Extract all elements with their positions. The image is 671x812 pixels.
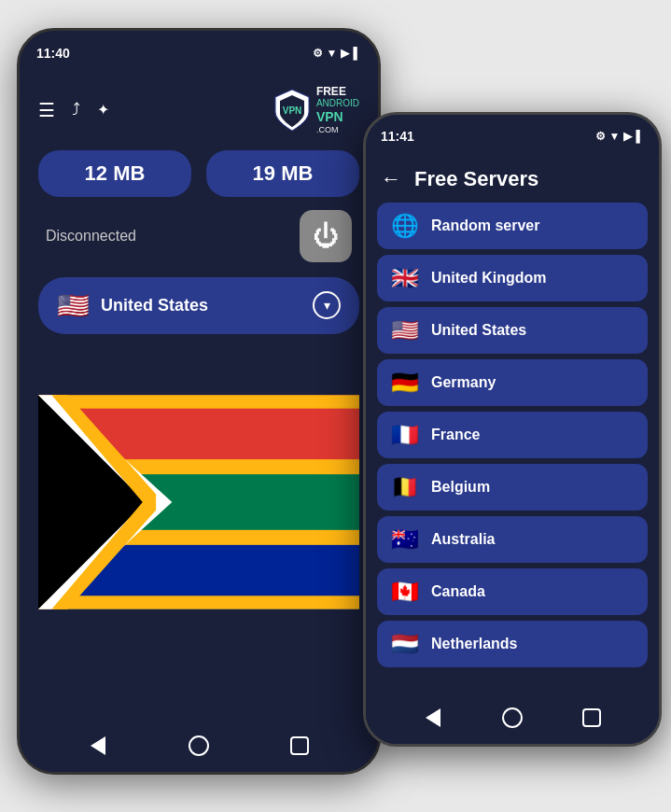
wifi-icon: ▼	[327, 47, 338, 60]
power-icon: ⏻	[313, 220, 339, 251]
uk-flag-icon: 🇬🇧	[390, 265, 420, 291]
wifi-icon2: ▼	[609, 130, 621, 143]
download-stat: 12 MB	[38, 150, 191, 197]
recents-icon	[290, 736, 309, 755]
globe-icon: 🌐	[390, 213, 420, 239]
disconnect-row: Disconnected ⏻	[38, 210, 359, 262]
server-item-label: United Kingdom	[431, 270, 547, 287]
chevron-down-icon: ▾	[324, 298, 330, 313]
back-button2[interactable]	[422, 707, 444, 729]
list-item[interactable]: 🇬🇧 United Kingdom	[377, 255, 648, 301]
logo-text: FREE ANDROID VPN .COM	[316, 85, 359, 135]
recents-button2[interactable]	[580, 707, 603, 729]
server-list-header: ← Free Servers	[366, 156, 659, 199]
server-item-label: Random server	[431, 217, 540, 234]
server-item-label: Canada	[431, 583, 485, 600]
au-flag-icon: 🇦🇺	[390, 526, 420, 553]
battery-icon: ▌	[353, 47, 361, 60]
us-flag-icon: 🇺🇸	[390, 317, 420, 343]
back-arrow-button[interactable]: ←	[381, 167, 401, 191]
svg-rect-5	[38, 395, 359, 408]
fr-flag-icon: 🇫🇷	[390, 422, 420, 448]
list-item[interactable]: 🇨🇦 Canada	[377, 568, 648, 615]
phone1-status-icons: ⚙ ▼ ▶ ▌	[313, 47, 361, 60]
phone2-main-content: ← Free Servers 🌐 Random server 🇬🇧 United…	[366, 152, 659, 747]
country-selector[interactable]: 🇺🇸 United States ▾	[38, 277, 359, 334]
server-item-label: Netherlands	[431, 636, 517, 652]
list-item[interactable]: 🌐 Random server	[377, 203, 648, 249]
signal-icon2: ▶	[623, 130, 632, 143]
phone2-nav-bar	[366, 692, 659, 744]
nl-flag-icon: 🇳🇱	[390, 631, 420, 657]
recents-button[interactable]	[288, 735, 311, 757]
home-icon	[189, 735, 209, 756]
back-icon	[91, 736, 105, 755]
phone1-top-nav: ☰ ⤴ ✦ VPN FREE ANDROID VPN .COM	[38, 76, 359, 150]
nav-icons-group: ☰ ⤴ ✦	[38, 99, 109, 121]
server-list: 🌐 Random server 🇬🇧 United Kingdom 🇺🇸 Uni…	[366, 199, 659, 747]
menu-icon[interactable]: ☰	[38, 99, 55, 121]
server-item-label: Australia	[431, 531, 495, 548]
server-item-label: Germany	[431, 374, 496, 391]
connection-status: Disconnected	[46, 228, 136, 245]
svg-rect-8	[38, 595, 359, 609]
server-item-label: France	[431, 427, 480, 443]
svg-text:VPN: VPN	[283, 105, 302, 116]
phone2-notch	[466, 115, 559, 132]
server-item-label: Belgium	[431, 479, 490, 496]
list-item[interactable]: 🇫🇷 France	[377, 412, 648, 458]
battery-icon2: ▌	[636, 130, 644, 143]
settings-icon2: ⚙	[595, 130, 606, 143]
list-item[interactable]: 🇳🇱 Netherlands	[377, 621, 648, 667]
be-flag-icon: 🇧🇪	[390, 474, 420, 500]
logo-area: VPN FREE ANDROID VPN .COM	[272, 85, 359, 135]
list-item[interactable]: 🇩🇪 Germany	[377, 359, 648, 406]
flag-display	[38, 353, 359, 651]
stats-row: 12 MB 19 MB	[38, 150, 359, 197]
phone1-main-content: ☰ ⤴ ✦ VPN FREE ANDROID VPN .COM	[20, 68, 378, 670]
list-item[interactable]: 🇺🇸 United States	[377, 307, 648, 354]
recents-icon2	[582, 708, 601, 727]
phone1-notch	[138, 31, 259, 51]
de-flag-icon: 🇩🇪	[390, 370, 420, 396]
phone1-time: 11:40	[36, 46, 70, 61]
phone1: 11:40 ⚙ ▼ ▶ ▌ ☰ ⤴ ✦ VPN FR	[17, 28, 381, 775]
logo-shield-icon: VPN	[272, 88, 313, 133]
back-icon2	[426, 708, 440, 727]
phone1-nav-bar	[20, 720, 378, 772]
server-list-title: Free Servers	[414, 167, 538, 191]
home-button2[interactable]	[501, 707, 524, 729]
selected-country-flag: 🇺🇸	[57, 290, 90, 321]
rate-icon[interactable]: ✦	[97, 101, 109, 119]
selected-country-name: United States	[101, 296, 301, 315]
phone2-status-icons: ⚙ ▼ ▶ ▌	[595, 130, 644, 143]
upload-stat: 19 MB	[206, 150, 359, 197]
signal-icon: ▶	[341, 47, 349, 60]
list-item[interactable]: 🇧🇪 Belgium	[377, 464, 648, 511]
home-button[interactable]	[188, 735, 210, 757]
settings-icon: ⚙	[313, 47, 323, 60]
back-button[interactable]	[87, 735, 109, 757]
south-africa-flag	[38, 353, 359, 651]
home-icon2	[502, 707, 523, 728]
ca-flag-icon: 🇨🇦	[390, 579, 420, 605]
phone2: 11:41 ⚙ ▼ ▶ ▌ ← Free Servers 🌐 Random se…	[363, 112, 662, 747]
server-item-label: United States	[431, 322, 526, 339]
dropdown-chevron: ▾	[313, 291, 341, 319]
power-button[interactable]: ⏻	[300, 210, 352, 262]
list-item[interactable]: 🇦🇺 Australia	[377, 516, 648, 563]
phone2-time: 11:41	[381, 129, 414, 144]
share-icon[interactable]: ⤴	[72, 100, 80, 119]
